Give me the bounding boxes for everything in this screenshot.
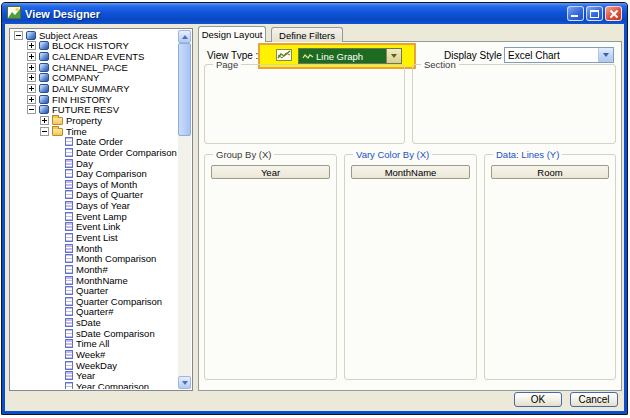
- tree-item-label: Subject Areas: [39, 30, 98, 41]
- tab-design-layout[interactable]: Design Layout: [198, 26, 266, 42]
- tree-item[interactable]: Date Order Comparison: [11, 147, 178, 158]
- collapse-icon[interactable]: [40, 127, 49, 136]
- vary-color-by-field-button[interactable]: MonthName: [351, 165, 470, 179]
- leaf-icon: [65, 307, 73, 316]
- section-label: Section: [421, 59, 459, 70]
- tree-item[interactable]: Time: [11, 126, 178, 137]
- tree-item[interactable]: BLOCK HISTORY: [11, 41, 178, 52]
- tree-item[interactable]: sDate: [11, 317, 178, 328]
- data-lines-field-button[interactable]: Room: [491, 165, 609, 179]
- arrow-down-icon: [182, 381, 188, 385]
- leaf-icon: [65, 222, 73, 231]
- cancel-button[interactable]: Cancel: [570, 392, 618, 407]
- leaf-icon: [65, 329, 73, 338]
- tree-item-label: CHANNEL_PACE: [52, 62, 128, 73]
- leaf-icon: [65, 297, 73, 306]
- tree-item[interactable]: Month#: [11, 264, 178, 275]
- tree-item[interactable]: Month Comparison: [11, 253, 178, 264]
- titlebar[interactable]: View Designer: [2, 3, 627, 24]
- close-button[interactable]: [605, 6, 622, 21]
- leaf-icon: [65, 190, 73, 199]
- leaf-icon: [65, 286, 73, 295]
- tree-item[interactable]: Time All: [11, 339, 178, 350]
- view-designer-window: View Designer Subject AreasBLOCK HISTORY…: [1, 2, 628, 415]
- leaf-icon: [65, 180, 73, 189]
- leaf-icon: [65, 382, 73, 389]
- cube-icon: [26, 31, 36, 40]
- tree-item[interactable]: Days of Month: [11, 179, 178, 190]
- tab-define-filters[interactable]: Define Filters: [271, 27, 343, 42]
- ok-button[interactable]: OK: [514, 392, 562, 407]
- tree-item[interactable]: Year: [11, 371, 178, 382]
- tree-item-label: Time All: [76, 338, 109, 349]
- tree-item[interactable]: MonthName: [11, 275, 178, 286]
- folder-icon: [52, 117, 63, 125]
- expand-icon[interactable]: [27, 52, 36, 61]
- chevron-down-icon: [603, 53, 609, 57]
- app-icon: [7, 5, 21, 23]
- tree-scrollbar[interactable]: [178, 30, 191, 389]
- leaf-icon: [65, 350, 73, 359]
- tree-item-label: Week#: [76, 349, 105, 360]
- scroll-thumb[interactable]: [178, 43, 191, 136]
- tree-item-label: Property: [66, 115, 102, 126]
- expand-icon[interactable]: [27, 73, 36, 82]
- scroll-down-button[interactable]: [178, 376, 191, 389]
- display-style-dropdown-arrow[interactable]: [598, 48, 613, 62]
- expand-icon[interactable]: [27, 95, 36, 104]
- tree-item[interactable]: CHANNEL_PACE: [11, 62, 178, 73]
- tree-item-label: Days of Month: [76, 179, 137, 190]
- expand-icon[interactable]: [27, 41, 36, 50]
- tree-item[interactable]: WeekDay: [11, 360, 178, 371]
- expand-icon[interactable]: [27, 63, 36, 72]
- tree-item[interactable]: Days of Year: [11, 200, 178, 211]
- tree-item[interactable]: DAILY SUMMARY: [11, 83, 178, 94]
- tree-item[interactable]: Event List: [11, 232, 178, 243]
- tree-item-label: Days of Year: [76, 200, 130, 211]
- collapse-icon[interactable]: [14, 31, 23, 40]
- tree-item[interactable]: Day Comparison: [11, 168, 178, 179]
- minimize-icon: [571, 15, 578, 17]
- scroll-up-button[interactable]: [178, 30, 191, 43]
- tree-item[interactable]: sDate Comparison: [11, 328, 178, 339]
- page-label: Page: [213, 59, 241, 70]
- tree-item[interactable]: Quarter: [11, 285, 178, 296]
- tab-define-filters-label: Define Filters: [279, 30, 335, 41]
- collapse-icon[interactable]: [27, 105, 36, 114]
- view-type-dropdown-arrow[interactable]: [386, 49, 401, 63]
- expand-icon[interactable]: [40, 116, 49, 125]
- tree-item[interactable]: Date Order: [11, 136, 178, 147]
- maximize-button[interactable]: [586, 6, 603, 21]
- view-type-dropdown[interactable]: Line Graph: [298, 48, 402, 64]
- titlebar-buttons: [567, 6, 622, 21]
- tree-item[interactable]: FUTURE RESV: [11, 104, 178, 115]
- tree-item[interactable]: Week#: [11, 349, 178, 360]
- expand-icon[interactable]: [27, 84, 36, 93]
- tree-item[interactable]: Quarter Comparison: [11, 296, 178, 307]
- tree-item[interactable]: Event Link: [11, 222, 178, 233]
- tree-item-label: Day Comparison: [76, 168, 147, 179]
- minimize-button[interactable]: [567, 6, 584, 21]
- tree-item[interactable]: Quarter#: [11, 307, 178, 318]
- tree-item[interactable]: Subject Areas: [11, 30, 178, 41]
- tree-item-label: Month: [76, 243, 102, 254]
- tree-item[interactable]: Day: [11, 158, 178, 169]
- chevron-down-icon: [391, 54, 397, 58]
- tree-item[interactable]: COMPANY: [11, 73, 178, 84]
- tree-item[interactable]: Year Comparison: [11, 381, 178, 389]
- line-graph-preview-icon: [276, 47, 292, 65]
- leaf-icon: [65, 276, 73, 285]
- window-title: View Designer: [25, 8, 567, 20]
- tree-item-label: Days of Quarter: [76, 189, 143, 200]
- cube-icon: [39, 105, 49, 114]
- tree-item[interactable]: Days of Quarter: [11, 190, 178, 201]
- view-type-value: Line Graph: [314, 51, 386, 62]
- tree-item[interactable]: CALENDAR EVENTS: [11, 51, 178, 62]
- tree-item[interactable]: Month: [11, 243, 178, 254]
- tree-item[interactable]: Property: [11, 115, 178, 126]
- display-style-dropdown[interactable]: Excel Chart: [504, 47, 614, 63]
- tree-item[interactable]: Event Lamp: [11, 211, 178, 222]
- group-by-field-button[interactable]: Year: [211, 165, 330, 179]
- group-by-groupbox: Group By (X) Year: [204, 154, 337, 380]
- tree-item[interactable]: FIN HISTORY: [11, 94, 178, 105]
